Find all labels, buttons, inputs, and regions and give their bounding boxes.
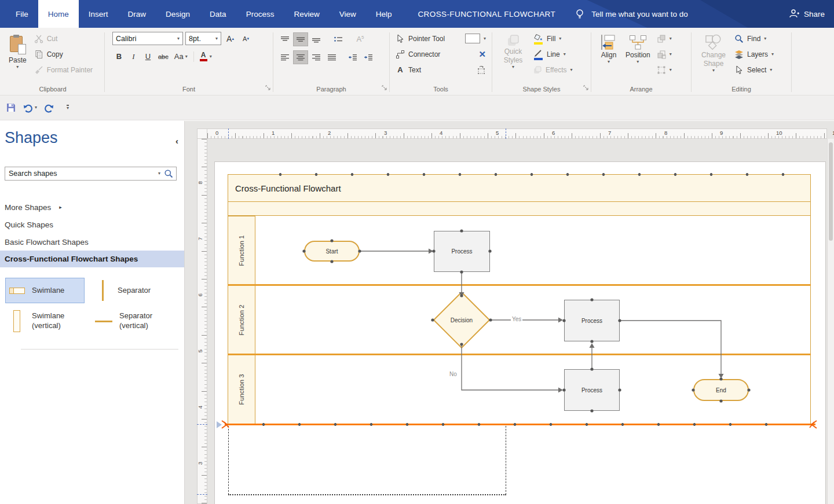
node-process-1[interactable]: Process (434, 231, 490, 272)
italic-button[interactable]: I (127, 50, 140, 63)
cut-button[interactable]: Cut (32, 31, 94, 46)
line-button[interactable]: Line▾ (531, 46, 574, 62)
swimlane-1-header[interactable]: Function 1 (228, 216, 255, 285)
change-shape-button[interactable]: Change Shape ▾ (696, 31, 731, 76)
swimlane-2-header[interactable]: Function 2 (228, 285, 255, 355)
swimlane-separator-2[interactable] (228, 354, 811, 355)
tab-data[interactable]: Data (200, 0, 236, 28)
separator-icon (102, 280, 104, 301)
group-button[interactable]: ▾ (655, 62, 674, 78)
rotate-text-button[interactable]: A5 (353, 32, 368, 46)
strikethrough-button[interactable]: abc (156, 50, 171, 63)
effects-button[interactable]: Effects▾ (531, 62, 574, 78)
tell-me-box[interactable]: Tell me what you want to do (574, 0, 688, 28)
drawing-canvas[interactable]: 01 23 45 67 89 1011 87 65 43 Cross-Funct… (185, 121, 834, 504)
grow-font-glyph: A (226, 34, 232, 43)
tab-insert[interactable]: Insert (79, 0, 118, 28)
format-painter-button[interactable]: Format Painter (32, 62, 94, 78)
scrollbar-thumb[interactable] (829, 142, 833, 241)
align-objects-icon (599, 34, 619, 51)
search-dropdown-caret-icon[interactable]: ▾ (158, 171, 160, 176)
swimlane-separator-1[interactable] (228, 284, 811, 286)
swimlane-3-header[interactable]: Function 3 (228, 355, 255, 424)
stencil-swimlane-vertical[interactable]: Swimlane (vertical) (5, 306, 87, 336)
fill-swatch-dropdown[interactable]: ▾ (463, 31, 488, 46)
font-family-combobox[interactable]: Calibri ▾ (112, 32, 183, 45)
cff-phase-band[interactable] (228, 202, 811, 216)
node-start[interactable]: Start (304, 241, 360, 262)
align-bottom-button[interactable] (309, 32, 324, 46)
find-button[interactable]: Find▾ (733, 31, 776, 46)
search-shapes-input[interactable] (5, 170, 158, 178)
connector-tool-button[interactable]: Connector (394, 46, 442, 62)
customize-qat-button[interactable]: ▾ (65, 103, 71, 113)
position-button[interactable]: Position ▾ (622, 31, 654, 67)
tab-design[interactable]: Design (156, 0, 200, 28)
stencil-separator[interactable]: Separator (92, 277, 178, 304)
copy-button[interactable]: Copy (32, 46, 94, 62)
more-shapes-item[interactable]: More Shapes▸ (0, 198, 184, 216)
shape-styles-dialog-launcher-icon[interactable] (583, 85, 589, 91)
text-tool-button[interactable]: A Text (394, 62, 423, 78)
node-process-3[interactable]: Process (564, 369, 620, 411)
delete-connector-button[interactable]: ✕ (477, 46, 488, 62)
bold-button[interactable]: B (112, 50, 126, 63)
paragraph-dialog-launcher-icon[interactable] (382, 85, 387, 91)
font-color-button[interactable]: A ▾ (197, 50, 214, 63)
quick-shapes-item[interactable]: Quick Shapes (0, 216, 184, 233)
tab-process[interactable]: Process (236, 0, 284, 28)
bullets-button[interactable] (331, 32, 346, 46)
align-button[interactable]: Align ▾ (595, 31, 622, 67)
selection-handles-bottom (246, 422, 796, 426)
underline-button[interactable]: U (141, 50, 155, 63)
node-end[interactable]: End (693, 379, 749, 401)
cross-functional-flowchart-shapes-item[interactable]: Cross-Functional Flowchart Shapes (0, 251, 184, 267)
editing-group-label: Editing (696, 84, 787, 95)
justify-button[interactable] (324, 50, 339, 64)
tab-draw[interactable]: Draw (118, 0, 156, 28)
bring-forward-button[interactable]: ▾ (655, 31, 674, 46)
tab-file[interactable]: File (6, 0, 38, 28)
stencil-swimlane[interactable]: Swimlane (5, 278, 85, 303)
align-center-button[interactable] (293, 50, 308, 64)
redo-button[interactable] (42, 101, 56, 115)
select-button[interactable]: Select▾ (733, 62, 776, 78)
share-button[interactable]: Share (788, 0, 825, 28)
increase-indent-button[interactable] (361, 50, 376, 64)
paste-button[interactable]: Paste ▾ (5, 32, 30, 72)
tab-view[interactable]: View (330, 0, 366, 28)
align-middle-button[interactable] (293, 32, 308, 46)
align-left-button[interactable] (277, 50, 292, 64)
layers-button[interactable]: Layers▾ (733, 46, 776, 62)
font-dialog-launcher-icon[interactable] (265, 85, 271, 91)
find-magnifier-icon (734, 34, 744, 43)
swimlane-2-body[interactable] (255, 285, 811, 355)
search-magnifier-icon[interactable] (164, 169, 173, 178)
cff-title-band[interactable]: Cross-Functional Flowchart (228, 174, 811, 202)
tab-review[interactable]: Review (284, 0, 329, 28)
shrink-font-button[interactable]: A▾ (239, 32, 253, 45)
x-delete-icon: ✕ (478, 49, 486, 60)
pointer-tool-button[interactable]: Pointer Tool (394, 31, 447, 46)
undo-button[interactable]: ▾ (21, 101, 39, 115)
change-case-button[interactable]: Aa▾ (172, 50, 190, 63)
fill-button[interactable]: Fill▾ (531, 31, 574, 46)
quick-styles-button[interactable]: Quick Styles ▾ (496, 31, 530, 72)
customize-qat-icon: ▾ (67, 105, 69, 111)
node-process-2[interactable]: Process (564, 300, 620, 341)
tab-help[interactable]: Help (366, 0, 402, 28)
send-backward-button[interactable]: ▾ (655, 46, 674, 62)
grow-font-button[interactable]: A▴ (224, 32, 237, 45)
stencil-separator-vertical[interactable]: Separator (vertical) (92, 306, 180, 336)
text-block-tool-button[interactable] (475, 62, 488, 78)
row-insert-marker-icon[interactable] (217, 421, 222, 428)
collapse-panel-icon[interactable]: ‹ (175, 136, 178, 146)
basic-flowchart-shapes-item[interactable]: Basic Flowchart Shapes (0, 233, 184, 251)
save-button[interactable] (4, 101, 18, 115)
vertical-scrollbar[interactable] (827, 139, 834, 504)
font-size-combobox[interactable]: 8pt. ▾ (185, 32, 221, 45)
align-right-button[interactable] (309, 50, 324, 64)
align-top-button[interactable] (277, 32, 292, 46)
tab-home[interactable]: Home (38, 0, 79, 28)
decrease-indent-button[interactable] (345, 50, 360, 64)
